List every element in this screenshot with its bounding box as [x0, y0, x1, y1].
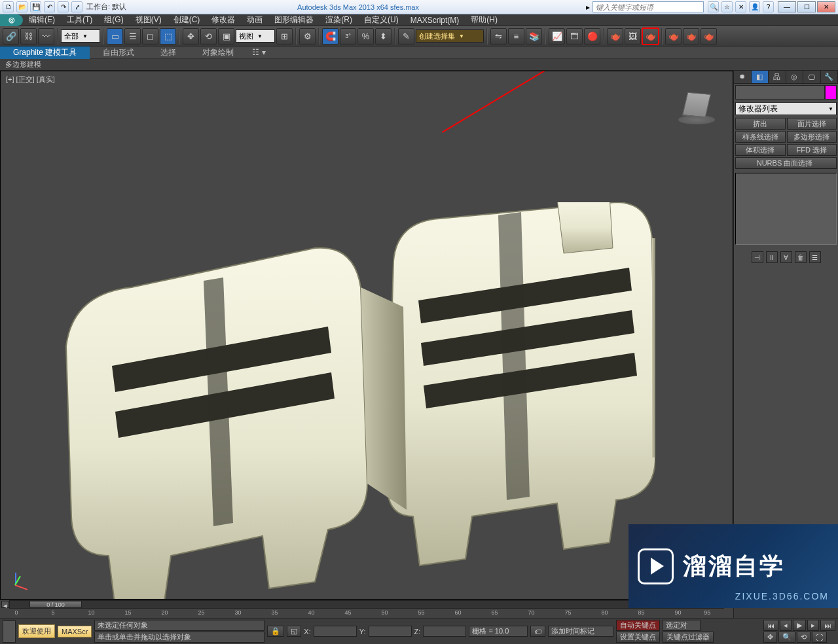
btn-ffdselect[interactable]: FFD 选择	[787, 144, 837, 156]
btn-patchselect[interactable]: 面片选择	[787, 118, 837, 130]
menu-animation[interactable]: 动画	[241, 14, 268, 26]
menu-maxscript[interactable]: MAXScript(M)	[405, 16, 465, 25]
time-slider[interactable]: ◂ 0 / 100 ▸	[9, 600, 724, 609]
menu-view[interactable]: 视图(V)	[130, 14, 168, 26]
angle-snap-icon[interactable]: 3°	[340, 28, 356, 45]
object-name-field[interactable]	[735, 85, 825, 99]
ribbon-expand-icon[interactable]: ☷ ▾	[247, 46, 270, 59]
infocenter-icon[interactable]: 🔍	[708, 1, 719, 12]
menu-modifiers[interactable]: 修改器	[206, 14, 241, 26]
viewport[interactable]: [+] [正交] [真实]	[0, 71, 733, 599]
qat-redo-icon[interactable]: ↷	[58, 1, 69, 12]
iso-selection-icon[interactable]: ◱	[287, 626, 301, 637]
nav-zoom-icon[interactable]: 🔍	[778, 632, 795, 643]
teapot3-icon[interactable]: 🫖	[701, 28, 717, 45]
btn-nurbs[interactable]: NURBS 曲面选择	[735, 157, 837, 169]
remove-mod-icon[interactable]: 🗑	[795, 251, 807, 263]
teapot2-icon[interactable]: 🫖	[683, 28, 699, 45]
menu-tools[interactable]: 工具(T)	[61, 14, 98, 26]
select-name-icon[interactable]: ☰	[124, 28, 141, 45]
nav-orbit-icon[interactable]: ⟲	[797, 632, 811, 643]
teapot1-icon[interactable]: 🫖	[665, 28, 682, 45]
display-tab-icon[interactable]: 🖵	[803, 71, 821, 83]
time-tag-icon[interactable]: 🏷	[530, 626, 545, 637]
selection-filter-combo[interactable]: 全部▼	[61, 29, 100, 43]
time-slider-thumb[interactable]: 0 / 100	[29, 601, 82, 608]
btn-splineselect[interactable]: 样条线选择	[735, 131, 786, 143]
align-icon[interactable]: ≡	[508, 28, 524, 45]
motion-tab-icon[interactable]: ◎	[786, 71, 804, 83]
tab-objectpaint[interactable]: 对象绘制	[189, 46, 247, 59]
time-ruler[interactable]: 05 1015 2025 3035 4045 5055 6065 7075 80…	[0, 609, 733, 618]
viewport-label[interactable]: [+] [正交] [真实]	[6, 75, 55, 84]
y-coord-field[interactable]	[369, 626, 412, 637]
mirror-icon[interactable]: ⇋	[490, 28, 507, 45]
select-region-window-icon[interactable]: ⬚	[160, 28, 176, 45]
app-menu-button[interactable]: ◎	[0, 14, 23, 26]
curve-editor-icon[interactable]: 📈	[549, 28, 565, 45]
key-filters-button[interactable]: 关键点过滤器	[663, 632, 714, 643]
qat-save-icon[interactable]: 💾	[30, 1, 41, 12]
menu-grapheditor[interactable]: 图形编辑器	[268, 14, 319, 26]
menu-group[interactable]: 组(G)	[98, 14, 129, 26]
qat-link-icon[interactable]: ⤤	[71, 1, 82, 12]
named-selection-combo[interactable]: 创建选择集▼	[416, 29, 484, 43]
btn-volselect[interactable]: 体积选择	[735, 144, 786, 156]
unlink-icon[interactable]: ⛓	[20, 28, 37, 45]
move-icon[interactable]: ✥	[183, 28, 199, 45]
modifier-list-combo[interactable]: 修改器列表▼	[735, 102, 837, 115]
utilities-tab-icon[interactable]: 🔧	[821, 71, 839, 83]
render-setup-icon[interactable]: 🫖	[607, 28, 623, 45]
maxscript-tag[interactable]: MAXScr	[58, 626, 92, 637]
pin-stack-icon[interactable]: ⊣	[752, 251, 763, 263]
play-next-icon[interactable]: ▸	[807, 620, 819, 631]
spinner-snap-icon[interactable]: ⬍	[375, 28, 392, 45]
manipulate-icon[interactable]: ⚙	[299, 28, 316, 45]
tab-selection[interactable]: 选择	[147, 46, 189, 59]
menu-edit[interactable]: 编辑(E)	[23, 14, 61, 26]
x-coord-field[interactable]	[314, 626, 357, 637]
time-tag-field[interactable]: 添加时间标记	[548, 626, 613, 637]
rotate-icon[interactable]: ⟲	[200, 28, 217, 45]
exchange-icon[interactable]: ✕	[735, 1, 746, 12]
layer-icon[interactable]: 📚	[526, 28, 542, 45]
window-close-button[interactable]: ✕	[817, 1, 835, 12]
trackbar-toggle-icon[interactable]	[3, 620, 16, 643]
modifier-stack[interactable]	[735, 173, 837, 245]
play-icon[interactable]: ▶	[793, 620, 806, 631]
window-minimize-button[interactable]: —	[778, 1, 796, 12]
help-icon[interactable]: ?	[763, 1, 774, 12]
hierarchy-tab-icon[interactable]: 品	[769, 71, 786, 83]
nav-pan-icon[interactable]: ✥	[763, 632, 777, 643]
tab-freeform[interactable]: 自由形式	[90, 46, 147, 59]
menu-create[interactable]: 创建(C)	[168, 14, 206, 26]
key-mode-combo[interactable]: 选定对	[663, 620, 701, 631]
make-unique-icon[interactable]: ∀	[780, 251, 792, 263]
menu-customize[interactable]: 自定义(U)	[358, 14, 405, 26]
create-tab-icon[interactable]: ✹	[734, 71, 752, 83]
menu-help[interactable]: 帮助(H)	[465, 14, 503, 26]
edit-selection-icon[interactable]: ✎	[398, 28, 414, 45]
workspace-label[interactable]: 工作台: 默认	[86, 2, 126, 12]
ribbon-panel-label[interactable]: 多边形建模	[0, 59, 838, 71]
bind-icon[interactable]: 〰	[38, 28, 54, 45]
render-frame-icon[interactable]: 🖼	[625, 28, 641, 45]
btn-polyselect[interactable]: 多边形选择	[787, 131, 837, 143]
configure-icon[interactable]: ☰	[809, 251, 821, 263]
qat-undo-icon[interactable]: ↶	[44, 1, 55, 12]
help-search-input[interactable]	[592, 1, 704, 12]
btn-extrude[interactable]: 挤出	[735, 118, 786, 130]
qat-new-icon[interactable]: 🗋	[3, 1, 14, 12]
pivot-icon[interactable]: ⊞	[276, 28, 293, 45]
qat-open-icon[interactable]: 📂	[16, 1, 27, 12]
play-prev-icon[interactable]: ◂	[780, 620, 792, 631]
lock-selection-icon[interactable]: 🔒	[267, 626, 284, 637]
schematic-icon[interactable]: 🗔	[566, 28, 583, 45]
modify-tab-icon[interactable]: ◧	[752, 71, 769, 83]
auto-key-button[interactable]: 自动关键点	[616, 620, 660, 631]
select-object-icon[interactable]: ▭	[107, 28, 123, 45]
play-start-icon[interactable]: ⏮	[763, 620, 778, 631]
nav-max-icon[interactable]: ⛶	[812, 632, 827, 643]
play-end-icon[interactable]: ⏭	[820, 620, 835, 631]
window-maximize-button[interactable]: ☐	[797, 1, 816, 12]
